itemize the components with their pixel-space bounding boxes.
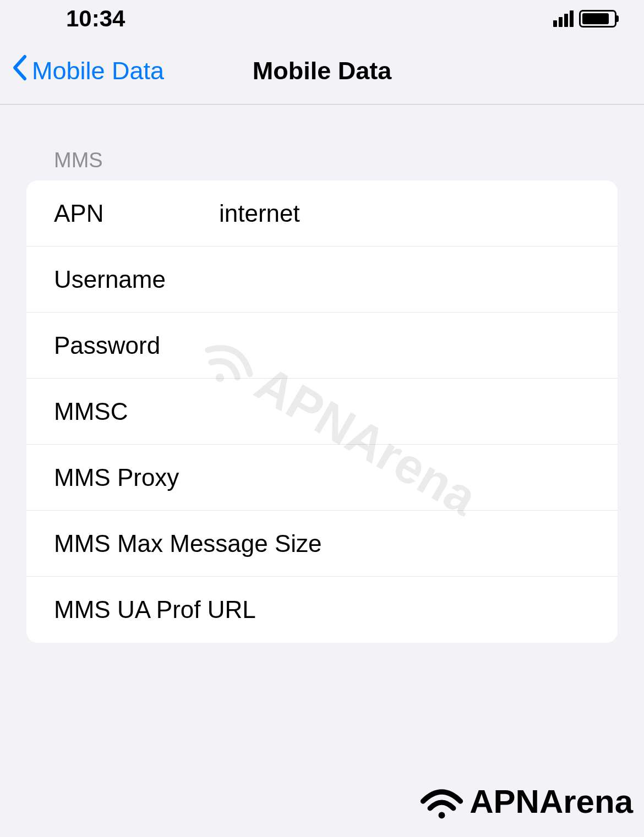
status-bar: 10:34 (0, 0, 644, 37)
username-input[interactable] (219, 266, 590, 293)
svg-point-1 (439, 812, 445, 819)
status-icons (553, 10, 616, 28)
footer-brand: APNArena (418, 782, 633, 820)
row-mmsc[interactable]: MMSC (26, 379, 618, 445)
chevron-left-icon (11, 54, 28, 88)
row-mms-ua-prof[interactable]: MMS UA Prof URL (26, 577, 618, 643)
back-button[interactable]: Mobile Data (11, 54, 164, 88)
section-header: MMS (26, 149, 618, 172)
row-label: MMSC (54, 398, 219, 425)
battery-icon (579, 10, 616, 28)
cellular-signal-icon (553, 10, 574, 27)
row-mms-proxy[interactable]: MMS Proxy (26, 445, 618, 511)
nav-title: Mobile Data (253, 57, 392, 85)
row-apn[interactable]: APN (26, 180, 618, 247)
nav-bar: Mobile Data Mobile Data (0, 37, 644, 105)
row-label: APN (54, 200, 219, 227)
mms-proxy-input[interactable] (219, 464, 590, 491)
row-label: MMS UA Prof URL (54, 596, 590, 623)
password-input[interactable] (219, 332, 590, 359)
row-label: Password (54, 332, 219, 359)
back-label: Mobile Data (32, 57, 164, 85)
status-time: 10:34 (66, 6, 125, 32)
row-label: MMS Max Message Size (54, 530, 590, 557)
mmsc-input[interactable] (219, 398, 590, 425)
settings-group: APN Username Password MMSC MMS Proxy MMS… (26, 180, 618, 643)
footer-brand-text: APNArena (470, 783, 633, 820)
apn-input[interactable] (219, 200, 590, 227)
wifi-icon (418, 782, 465, 820)
row-username[interactable]: Username (26, 247, 618, 313)
row-label: MMS Proxy (54, 464, 219, 491)
row-mms-max-size[interactable]: MMS Max Message Size (26, 511, 618, 577)
row-password[interactable]: Password (26, 313, 618, 379)
row-label: Username (54, 266, 219, 293)
